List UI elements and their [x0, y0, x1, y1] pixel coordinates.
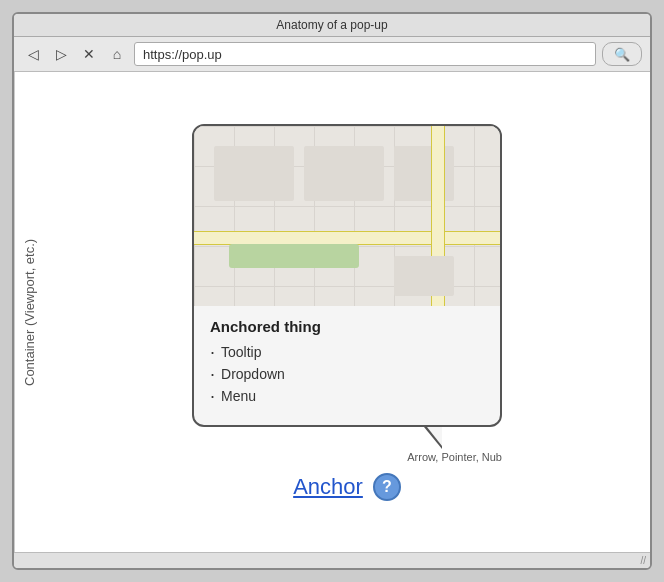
- arrow-label: Arrow, Pointer, Nub: [192, 451, 502, 463]
- address-bar[interactable]: [134, 42, 596, 66]
- anchored-title: Anchored thing: [210, 318, 484, 335]
- popup-body: Anchored thing Tooltip Dropdown Menu: [194, 306, 500, 425]
- browser-content: Container (Viewport, etc.): [14, 72, 650, 552]
- title-bar: Anatomy of a pop-up: [14, 14, 650, 37]
- map-green-block: [229, 244, 359, 268]
- back-button[interactable]: ◁: [22, 43, 44, 65]
- main-content: Anchored thing Tooltip Dropdown Menu: [44, 72, 650, 552]
- browser-window: Anatomy of a pop-up ◁ ▷ ✕ ⌂ 🔍 Container …: [12, 12, 652, 570]
- close-icon: ✕: [83, 46, 95, 62]
- popup-arrow-wrapper: Arrow, Pointer, Nub: [192, 427, 502, 463]
- map-block: [394, 256, 454, 296]
- map-area: [194, 126, 500, 306]
- close-button[interactable]: ✕: [78, 43, 100, 65]
- anchor-row: Anchor ?: [293, 473, 401, 501]
- forward-button[interactable]: ▷: [50, 43, 72, 65]
- popup-arrow: [424, 427, 442, 449]
- home-button[interactable]: ⌂: [106, 43, 128, 65]
- search-button[interactable]: 🔍: [602, 42, 642, 66]
- map-block: [214, 146, 294, 201]
- help-button[interactable]: ?: [373, 473, 401, 501]
- forward-icon: ▷: [56, 46, 67, 62]
- list-item: Menu: [210, 387, 484, 405]
- list-item-label: Menu: [221, 388, 256, 404]
- back-icon: ◁: [28, 46, 39, 62]
- list-item-label: Tooltip: [221, 344, 261, 360]
- map-block: [394, 146, 454, 201]
- search-icon: 🔍: [614, 47, 630, 62]
- list-item: Tooltip: [210, 343, 484, 361]
- list-item: Dropdown: [210, 365, 484, 383]
- popup-box: Anchored thing Tooltip Dropdown Menu: [192, 124, 502, 427]
- map-road-horizontal: [194, 231, 500, 245]
- resize-handle[interactable]: //: [640, 555, 646, 566]
- page-title: Anatomy of a pop-up: [276, 18, 387, 32]
- list-item-label: Dropdown: [221, 366, 285, 382]
- popup-container: Anchored thing Tooltip Dropdown Menu: [192, 124, 502, 501]
- anchor-link[interactable]: Anchor: [293, 474, 363, 500]
- map-block: [304, 146, 384, 201]
- toolbar: ◁ ▷ ✕ ⌂ 🔍: [14, 37, 650, 72]
- anchored-list: Tooltip Dropdown Menu: [210, 343, 484, 405]
- sidebar-label: Container (Viewport, etc.): [14, 72, 44, 552]
- bottom-bar: //: [14, 552, 650, 568]
- home-icon: ⌂: [113, 46, 121, 62]
